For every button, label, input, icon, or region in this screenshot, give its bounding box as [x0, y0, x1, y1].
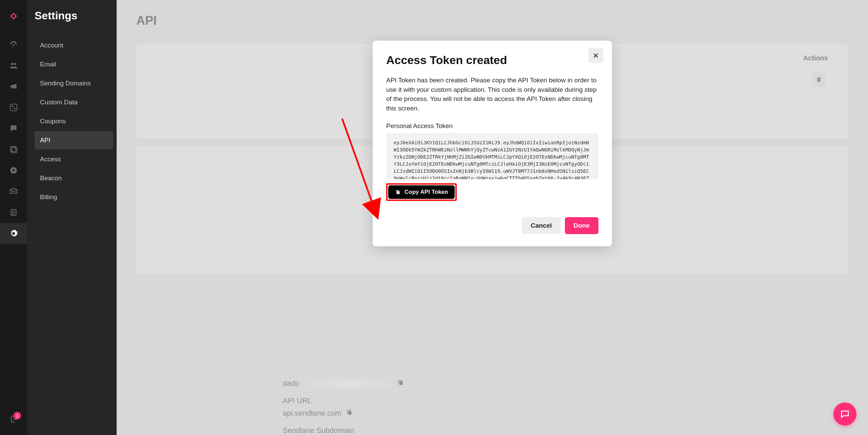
nav-item-coupons[interactable]: Coupons: [35, 112, 113, 130]
campaigns-icon[interactable]: [0, 76, 27, 97]
svg-point-1: [14, 63, 16, 65]
done-button[interactable]: Done: [565, 217, 599, 234]
settings-sidebar: Settings Account Email Sending Domains C…: [27, 0, 117, 435]
notification-badge: 1: [14, 412, 21, 419]
exit-icon[interactable]: 1: [0, 409, 27, 430]
forms-icon[interactable]: [0, 202, 27, 223]
settings-nav: Account Email Sending Domains Custom Dat…: [35, 36, 113, 206]
nav-item-email[interactable]: Email: [35, 55, 113, 74]
svg-rect-2: [10, 104, 17, 111]
messages-icon[interactable]: [0, 118, 27, 139]
gear-icon[interactable]: [0, 223, 27, 244]
dashboard-icon[interactable]: [0, 34, 27, 55]
token-value-box[interactable]: eyJ0eXAiOiJKV1QiLCJhbGciOiJSUzI1NiJ9.eyJ…: [386, 133, 598, 179]
help-chat-fab[interactable]: [833, 402, 856, 426]
nav-item-sending-domains[interactable]: Sending Domains: [35, 74, 113, 92]
access-token-modal: Access Token created API Token has been …: [373, 41, 612, 246]
nav-item-account[interactable]: Account: [35, 36, 113, 55]
audience-icon[interactable]: [0, 55, 27, 76]
nav-item-access[interactable]: Access: [35, 150, 113, 168]
inbox-icon[interactable]: [0, 181, 27, 202]
close-icon[interactable]: [588, 48, 603, 63]
nav-item-beacon[interactable]: Beacon: [35, 169, 113, 187]
cancel-button[interactable]: Cancel: [522, 217, 560, 234]
sidebar-title: Settings: [35, 9, 113, 22]
copy-api-token-button[interactable]: Copy API Token: [388, 185, 455, 199]
automations-icon[interactable]: [0, 97, 27, 118]
svg-point-0: [11, 63, 13, 65]
nav-item-api[interactable]: API: [35, 131, 113, 149]
nav-item-billing[interactable]: Billing: [35, 188, 113, 206]
modal-body-text: API Token has been created. Please copy …: [386, 76, 598, 113]
annotation-highlight: Copy API Token: [386, 183, 457, 201]
nav-item-custom-data[interactable]: Custom Data: [35, 93, 113, 111]
modal-title: Access Token created: [386, 54, 598, 67]
token-label: Personal Access Token: [386, 122, 598, 130]
content-icon[interactable]: [0, 139, 27, 160]
icon-rail: 1: [0, 0, 27, 435]
logo-icon[interactable]: [0, 6, 27, 27]
copy-api-token-label: Copy API Token: [405, 189, 448, 195]
reviews-icon[interactable]: [0, 160, 27, 181]
